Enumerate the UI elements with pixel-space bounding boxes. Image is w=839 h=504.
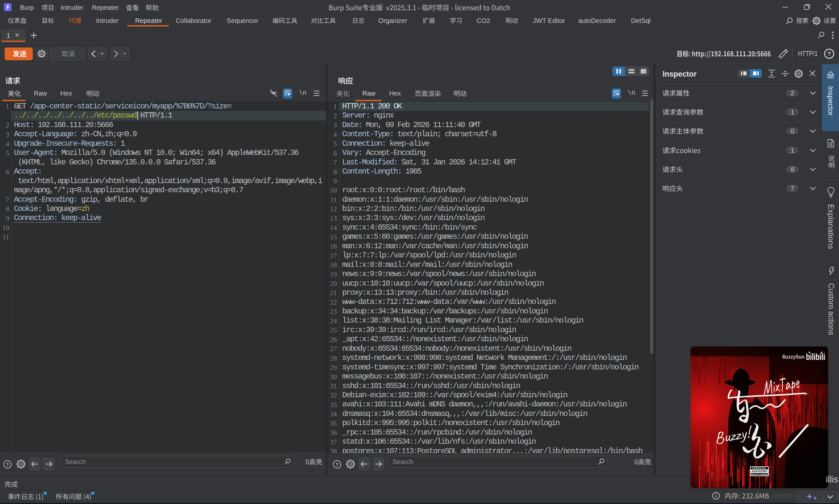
svg-text:bilibili: bilibili xyxy=(806,352,825,362)
svg-text:?: ? xyxy=(827,51,831,57)
svg-text:8uzzy5un: 8uzzy5un xyxy=(782,354,805,360)
svg-text:PARENTAL: PARENTAL xyxy=(752,467,767,469)
svg-text:EXPLICIT CONTENT: EXPLICIT CONTENT xyxy=(750,473,769,475)
svg-text:ADVISORY: ADVISORY xyxy=(751,469,768,473)
svg-text:?: ? xyxy=(6,462,9,467)
svg-text:?: ? xyxy=(336,462,339,467)
